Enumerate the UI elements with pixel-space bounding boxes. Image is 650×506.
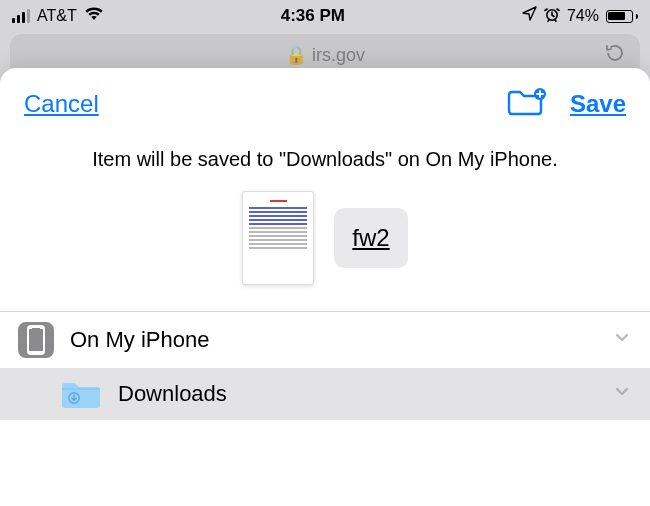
preview-row: fw2: [0, 181, 650, 311]
wifi-icon: [84, 6, 104, 26]
address-text: 🔒 irs.gov: [285, 44, 365, 66]
battery-percent: 74%: [567, 7, 599, 25]
clock: 4:36 PM: [281, 6, 345, 26]
status-left: AT&T: [12, 6, 104, 26]
iphone-icon: [18, 322, 54, 358]
location-root-label: On My iPhone: [70, 327, 209, 353]
status-right: 74%: [522, 6, 638, 27]
sheet-header: Cancel Save: [0, 68, 650, 130]
location-child-label: Downloads: [118, 381, 227, 407]
chevron-down-icon: [612, 381, 632, 407]
location-row-downloads[interactable]: Downloads: [0, 368, 650, 420]
filename-input[interactable]: fw2: [334, 208, 407, 268]
cancel-button[interactable]: Cancel: [24, 90, 99, 118]
chevron-down-icon: [612, 327, 632, 353]
alarm-icon: [544, 6, 560, 27]
location-icon: [522, 6, 537, 26]
screen: AT&T 4:36 PM 74% 🔒 irs.gov: [0, 0, 650, 506]
reload-icon: [604, 42, 626, 69]
downloads-folder-icon: [60, 378, 102, 410]
carrier-label: AT&T: [37, 7, 77, 25]
save-button[interactable]: Save: [570, 90, 626, 118]
save-sheet: Cancel Save Item will be saved to "Downl…: [0, 68, 650, 506]
new-folder-button[interactable]: [506, 86, 546, 122]
cellular-signal-icon: [12, 9, 30, 23]
document-thumbnail[interactable]: [242, 191, 314, 285]
battery-icon: [606, 10, 638, 23]
save-message: Item will be saved to "Downloads" on On …: [0, 130, 650, 181]
status-bar: AT&T 4:36 PM 74%: [0, 0, 650, 30]
location-row-root[interactable]: On My iPhone: [0, 312, 650, 368]
